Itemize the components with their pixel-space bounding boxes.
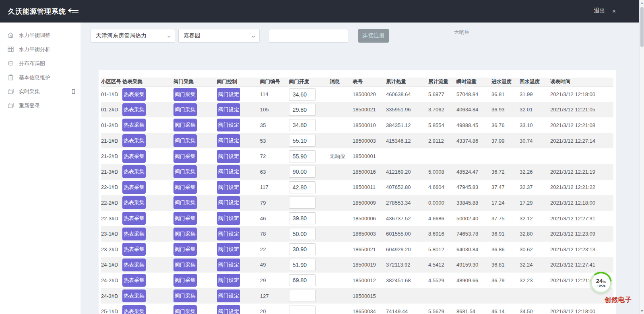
heat-collect-button[interactable]: 热表采集 — [122, 228, 146, 240]
valve-opening-input[interactable] — [289, 166, 316, 178]
valve-collect-button[interactable]: 阀门采集 — [173, 150, 197, 163]
connect-register-button[interactable]: 连接注册 — [358, 29, 389, 43]
valve-set-button[interactable]: 阀门设定 — [217, 289, 240, 302]
heat-collect-button[interactable]: 热表采集 — [122, 165, 146, 178]
message-cell — [330, 211, 353, 226]
valve-set-cell: 阀门设定 — [217, 148, 260, 164]
valve-collect-button[interactable]: 阀门采集 — [173, 88, 197, 101]
valve-opening-input[interactable] — [289, 274, 316, 286]
total-flow-cell: 0.0000 — [428, 195, 456, 211]
download-progress-badge[interactable]: 24% ↑ 0K/s — [590, 272, 612, 293]
valve-set-cell: 阀门设定 — [217, 304, 260, 314]
valve-set-button[interactable]: 阀门设定 — [217, 103, 240, 116]
scroll-down-icon[interactable]: ▼ — [640, 310, 644, 312]
vertical-scrollbar[interactable]: ▲ ▼ — [639, 0, 644, 314]
heat-collect-button[interactable]: 热表采集 — [122, 196, 146, 209]
valve-opening-input[interactable] — [289, 212, 316, 224]
return-temp-cell: 32.37 — [520, 180, 550, 195]
valve-collect-button[interactable]: 阀门采集 — [173, 243, 197, 256]
valve-set-button[interactable]: 阀门设定 — [217, 274, 240, 287]
valve-set-button[interactable]: 阀门设定 — [217, 228, 240, 240]
valve-opening-input[interactable] — [289, 306, 316, 314]
valve-set-button[interactable]: 阀门设定 — [217, 119, 240, 131]
heat-collect-button[interactable]: 热表采集 — [122, 274, 146, 287]
sidebar-item-hydraulic-adjust[interactable]: 水力平衡调整 — [0, 28, 80, 42]
valve-opening-input[interactable] — [289, 88, 316, 101]
valve-collect-button[interactable]: 阀门采集 — [173, 181, 197, 194]
meter-no-cell: 18500009 — [353, 195, 386, 211]
heat-collect-button[interactable]: 热表采集 — [122, 119, 146, 131]
valve-collect-button[interactable]: 阀门采集 — [173, 134, 197, 147]
sidebar-item-hydraulic-analysis[interactable]: 水力平衡分析 — [0, 42, 80, 56]
valve-opening-input[interactable] — [289, 290, 316, 302]
valve-opening-input[interactable] — [289, 181, 316, 193]
valve-collect-button[interactable]: 阀门采集 — [173, 103, 197, 116]
total-flow-cell: 8.6916 — [428, 226, 456, 242]
supply-temp-cell: 17.24 — [491, 195, 520, 211]
valve-set-button[interactable]: 阀门设定 — [217, 165, 240, 178]
valve-opening-input[interactable] — [289, 197, 316, 209]
heat-collect-button[interactable]: 热表采集 — [122, 259, 146, 271]
valve-collect-button[interactable]: 阀门采集 — [173, 289, 197, 302]
heat-collect-button[interactable]: 热表采集 — [122, 150, 146, 163]
heat-collect-button[interactable]: 热表采集 — [122, 243, 146, 256]
instant-flow-cell: 48909.66 — [456, 273, 491, 288]
company-select[interactable]: 天津河东房管局热力 ⌄ — [91, 29, 175, 43]
valve-collect-button[interactable]: 阀门采集 — [173, 119, 197, 131]
valve-set-button[interactable]: 阀门设定 — [217, 181, 240, 194]
expand-indicator-icon — [72, 89, 75, 94]
valve-collect-button[interactable]: 阀门采集 — [173, 165, 197, 178]
heat-collect-button[interactable]: 热表采集 — [122, 88, 146, 101]
valve-set-button[interactable]: 阀门设定 — [217, 305, 240, 314]
scroll-up-icon[interactable]: ▲ — [640, 1, 644, 4]
valve-set-button[interactable]: 阀门设定 — [217, 134, 240, 147]
valve-opening-input[interactable] — [289, 150, 316, 162]
valve-no-cell: 53 — [260, 133, 289, 149]
valve-opening-input[interactable] — [289, 119, 316, 131]
scrollbar-thumb[interactable] — [640, 7, 644, 47]
valve-opening-input[interactable] — [289, 243, 316, 255]
zone-cell: 22-3#D — [101, 211, 122, 226]
valve-set-button[interactable]: 阀门设定 — [217, 196, 240, 209]
table-row: 25-1#D热表采集阀门采集阀门设定201865003474149.445.56… — [101, 304, 613, 314]
heat-collect-cell: 热表采集 — [122, 117, 173, 133]
valve-collect-button[interactable]: 阀门采集 — [173, 259, 197, 271]
valve-set-button[interactable]: 阀门设定 — [217, 212, 240, 225]
heat-collect-button[interactable]: 热表采集 — [122, 212, 146, 225]
opening-cell — [289, 180, 330, 195]
sidebar-item-realtime-collect[interactable]: 实时采集 — [0, 84, 80, 99]
total-heat-cell: 604929.20 — [386, 242, 428, 257]
valve-collect-button[interactable]: 阀门采集 — [173, 228, 197, 240]
valve-collect-button[interactable]: 阀门采集 — [173, 196, 197, 209]
sidebar-item-basic-info[interactable]: 基本信息维护 — [0, 70, 80, 84]
valve-set-cell: 阀门设定 — [217, 288, 260, 304]
read-time-cell: 2021/3/12 12:23:09 — [550, 226, 613, 242]
valve-opening-input[interactable] — [289, 259, 316, 271]
valve-opening-input[interactable] — [289, 228, 316, 240]
supply-temp-cell: 37.47 — [491, 180, 520, 195]
heat-collect-button[interactable]: 热表采集 — [122, 103, 146, 116]
valve-set-button[interactable]: 阀门设定 — [217, 88, 240, 101]
heat-collect-button[interactable]: 热表采集 — [122, 305, 146, 314]
heat-collect-button[interactable]: 热表采集 — [122, 181, 146, 194]
close-icon[interactable]: × — [612, 8, 616, 14]
valve-collect-button[interactable]: 阀门采集 — [173, 212, 197, 225]
valve-collect-button[interactable]: 阀门采集 — [173, 274, 197, 287]
sidebar-toggle-icon[interactable] — [68, 8, 80, 14]
valve-set-button[interactable]: 阀门设定 — [217, 150, 240, 163]
logout-button[interactable]: 退出 — [594, 7, 605, 14]
heat-collect-button[interactable]: 热表采集 — [122, 134, 146, 147]
valve-collect-button[interactable]: 阀门采集 — [173, 305, 197, 314]
valve-opening-input[interactable] — [289, 104, 316, 116]
valve-opening-input[interactable] — [289, 135, 316, 147]
valve-set-button[interactable]: 阀门设定 — [217, 259, 240, 271]
read-time-cell: 2021/3/12 12:23:13 — [550, 242, 613, 257]
zone-cell: 24-1#D — [101, 257, 122, 273]
community-select[interactable]: 嘉春园 ⌄ — [178, 29, 260, 43]
register-input[interactable] — [269, 29, 348, 43]
instant-flow-cell: 43374.86 — [456, 133, 491, 149]
heat-collect-button[interactable]: 热表采集 — [122, 289, 146, 302]
valve-set-button[interactable]: 阀门设定 — [217, 243, 240, 256]
sidebar-item-relogin[interactable]: 重新登录 — [0, 99, 80, 113]
sidebar-item-distribution-layout[interactable]: 分布布局图 — [0, 56, 80, 70]
